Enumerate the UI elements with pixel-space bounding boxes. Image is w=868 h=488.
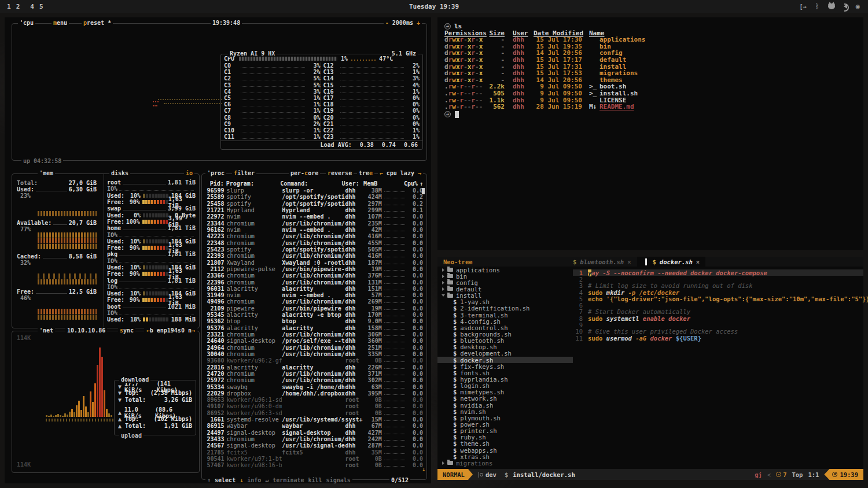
process-row[interactable]: 22348 chromium /usr/lib/chromium/ dhh 45…: [205, 240, 423, 246]
scroll-down-icon[interactable]: ↓: [422, 466, 425, 472]
sort-column-switcher[interactable]: ← cpu lazy →: [378, 170, 423, 176]
tree-item[interactable]: migrations: [437, 460, 573, 466]
filter-button[interactable]: filter: [232, 170, 256, 176]
chevron-icon[interactable]: [442, 461, 444, 465]
tree-item[interactable]: $ backgrounds.sh: [437, 331, 573, 337]
tree-item[interactable]: $ xtras.sh: [437, 453, 573, 460]
buffer-tab[interactable]: $ bluetooth.sh ×: [567, 257, 637, 267]
code-line[interactable]: 8 sudo systemctl enable docker: [573, 315, 863, 321]
tree-item[interactable]: $ asdcontrol.sh: [437, 324, 573, 331]
process-row[interactable]: 49107 kworker/u96:0-dm root 0B 0.0: [205, 403, 423, 409]
kill-button[interactable]: kill: [308, 477, 322, 483]
process-row[interactable]: 25458 spotify /opt/spotify/spoti dhh 297…: [205, 201, 423, 207]
prompt-line-2[interactable]: [444, 111, 863, 118]
tree-item[interactable]: $ plymouth.sh: [437, 415, 573, 421]
process-row[interactable]: 96162 nvim nvim --embed . dhh 42M 0.0: [205, 227, 423, 233]
tree-item[interactable]: $ 1-yay.sh: [437, 299, 573, 305]
ls-row[interactable]: .rw-r--r-- 1.1k dhh 9 Jul 09:50 LICENSE: [444, 97, 863, 104]
process-row[interactable]: 95376 alacritty alacritty dhh 158M 0.0: [205, 325, 423, 331]
code-line[interactable]: 2: [573, 276, 863, 282]
tree-toggle[interactable]: tree: [357, 170, 374, 176]
ls-row[interactable]: drwxr-xr-x - dhh 15 Jul 19:35 bin: [444, 43, 863, 50]
chevron-icon[interactable]: [442, 281, 444, 284]
ls-row[interactable]: drwxr-xr-x - dhh 15 Jul 17:53 migrations: [444, 70, 863, 77]
tree-item[interactable]: $ login.sh: [437, 383, 573, 389]
tree-item[interactable]: $ docker.sh: [437, 357, 573, 363]
update-interval-control[interactable]: - 2000ms +: [384, 20, 422, 26]
tree-item[interactable]: default: [437, 286, 573, 292]
code-line[interactable]: 11 sudo usermod -aG docker ${USER}: [573, 335, 863, 341]
process-row[interactable]: 22396 chromium /usr/lib/chromium/ dhh 13…: [205, 279, 423, 285]
git-branch[interactable]: dev: [479, 471, 496, 478]
select-button[interactable]: select: [215, 477, 236, 483]
process-row[interactable]: 96031 alacritty alacritty dhh 151M 0.0: [205, 286, 423, 292]
process-row[interactable]: 96599 slurp slurp -or dhh 38M 0.0: [205, 187, 423, 194]
process-row[interactable]: 22972 nvim nvim --embed . dhh 107M 0.0: [205, 213, 423, 220]
tree-item[interactable]: $ ruby.sh: [437, 434, 573, 441]
code-line[interactable]: 9: [573, 321, 863, 328]
code-editor[interactable]: 1 yay -S --noconfirm --needed docker doc…: [573, 267, 863, 469]
process-row[interactable]: 23321 chromium /usr/lib/chromium/ dhh 30…: [205, 331, 423, 338]
chevron-icon[interactable]: [442, 287, 444, 291]
net-interface-switcher[interactable]: ←b enp194s0 n→: [145, 327, 197, 334]
volume-icon[interactable]: [844, 4, 847, 9]
process-row[interactable]: 23344 chromium /usr/lib/chromium/ dhh 23…: [205, 220, 423, 227]
record-icon[interactable]: ◉: [856, 2, 860, 10]
code-line[interactable]: 5 echo '{"log-driver":"json-file","log-o…: [573, 295, 863, 302]
tree-item[interactable]: install: [437, 293, 573, 299]
process-row[interactable]: 2109 pipewire /usr/bin/pipewire dhh 19M …: [205, 305, 423, 312]
process-row[interactable]: 21785 fcitx5 fcitx5 dhh 35M 0.0: [205, 449, 423, 456]
tree-item[interactable]: $ webapps.sh: [437, 447, 573, 453]
tree-item[interactable]: $ 4-config.sh: [437, 318, 573, 324]
info-button[interactable]: info: [247, 477, 261, 483]
process-row[interactable]: 95362 btop btop dhh 9.0M 0.0: [205, 318, 423, 324]
tree-item[interactable]: $ power.sh: [437, 421, 573, 427]
per-core-toggle[interactable]: per-core: [289, 170, 320, 176]
process-row[interactable]: 2112 pipewire-pulse /usr/bin/pipewire- d…: [205, 266, 423, 272]
terminate-button[interactable]: terminate: [273, 477, 304, 483]
proc-scrollbar-thumb[interactable]: [422, 188, 425, 194]
process-row[interactable]: 24720 chromium /usr/lib/chromium/ dhh 37…: [205, 371, 423, 377]
process-row[interactable]: 1661 systemd-resolve /usr/lib/systemd/s …: [205, 416, 423, 423]
process-row[interactable]: 49496 chromium /usr/lib/chromium/ dhh 26…: [205, 298, 423, 305]
code-line[interactable]: 10 # Give this user privileged Docker ac…: [573, 328, 863, 335]
process-row[interactable]: 95345 alacritty alacritty -e btop dhh 17…: [205, 312, 423, 318]
plugin-updates[interactable]: 7: [776, 471, 786, 478]
process-row[interactable]: 25589 spotify /opt/spotify/spoti dhh 424…: [205, 194, 423, 200]
process-row[interactable]: 86915 waybar waybar dhh 67M 0.0: [205, 423, 423, 429]
tree-item[interactable]: $ fix-fkeys.sh: [437, 363, 573, 369]
tree-item[interactable]: $ printer.sh: [437, 428, 573, 434]
ls-row[interactable]: drwxr-xr-x - dhh 15 Jul 17:17 default: [444, 57, 863, 64]
process-row[interactable]: 23433 chromium /usr/lib/chromium/ dhh 24…: [205, 436, 423, 442]
net-sync-toggle[interactable]: sync: [118, 327, 135, 334]
ls-row[interactable]: drwxr-xr-x - dhh 14 Jul 20:56 config: [444, 50, 863, 57]
process-row[interactable]: 22029 dropbox /home/dhh/.dropbox dhh 395…: [205, 390, 423, 397]
code-line[interactable]: 4 sudo mkdir -p /etc/docker: [573, 289, 863, 295]
ls-row[interactable]: drwxr-xr-x - dhh 14 Jul 20:56 themes: [444, 77, 863, 84]
tree-item[interactable]: config: [437, 279, 573, 286]
process-row[interactable]: 21721 Hyprland Hyprland dhh 299M 0.1: [205, 207, 423, 213]
tree-item[interactable]: bin: [437, 273, 573, 279]
code-line[interactable]: 6: [573, 302, 863, 308]
tree-item[interactable]: $ 3-terminal.sh: [437, 312, 573, 318]
process-row[interactable]: 93680 kworker/u96:2-gf root 0B 0.0: [205, 357, 423, 364]
code-line[interactable]: 3 # Limit log size to avoid running out …: [573, 283, 863, 289]
process-row[interactable]: 57467 kworker/u98:16-b root 0B 0.0: [205, 462, 423, 468]
tree-item[interactable]: $ fonts.sh: [437, 369, 573, 376]
chevron-icon[interactable]: [442, 268, 444, 272]
process-row[interactable]: 86952 kworker/u96:3-sd root 0B 0.0: [205, 410, 423, 416]
tree-item[interactable]: applications: [437, 267, 573, 273]
tree-item[interactable]: $ mimetypes.sh: [437, 389, 573, 395]
process-row[interactable]: 22816 alacritty alacritty dhh 226M 0.0: [205, 364, 423, 370]
terminal-window[interactable]: ls Permissions Size User Date Modified N…: [437, 17, 863, 250]
chevron-icon[interactable]: [442, 275, 444, 278]
tree-item[interactable]: $ 2-identification.sh: [437, 305, 573, 312]
process-row[interactable]: 21807 Xwayland Xwayland :0 -rootl dhh 18…: [205, 259, 423, 265]
chevron-icon[interactable]: [442, 294, 445, 297]
cat-icon[interactable]: [828, 3, 835, 9]
process-row[interactable]: 30040 chromium /usr/lib/chromium/ dhh 33…: [205, 351, 423, 357]
process-row[interactable]: 23366 chromium /usr/lib/chromium/ dhh 37…: [205, 272, 423, 279]
ls-row[interactable]: drwxr-xr-x - dhh 15 Jul 17:30 applicatio…: [444, 36, 863, 43]
ls-row[interactable]: .rw-r--r-- 562 dhh 28 Jun 15:19 M↓ READM…: [444, 103, 863, 110]
buffer-tab[interactable]: $ docker.sh ×: [637, 257, 706, 267]
